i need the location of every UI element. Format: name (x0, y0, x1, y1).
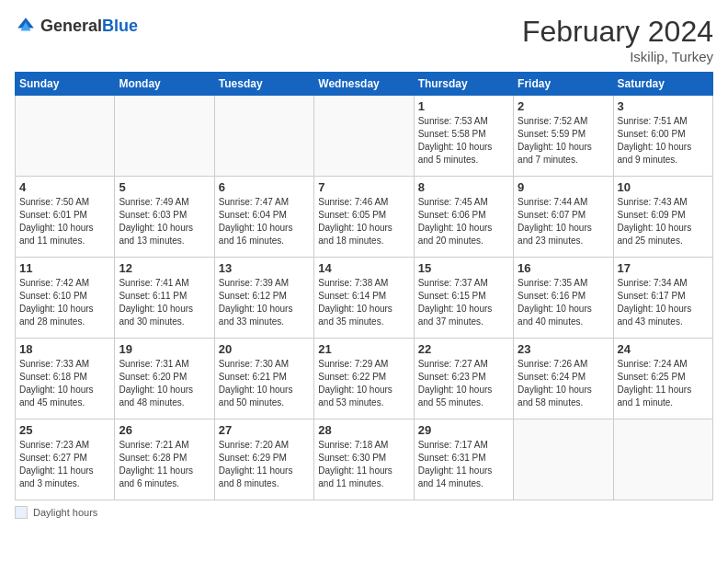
day-number: 24 (618, 342, 709, 356)
month-title: February 2024 (522, 15, 713, 49)
day-of-week-header: Friday (514, 73, 613, 96)
calendar-cell: 28Sunrise: 7:18 AM Sunset: 6:30 PM Dayli… (314, 419, 414, 500)
calendar-cell: 26Sunrise: 7:21 AM Sunset: 6:28 PM Dayli… (115, 419, 214, 500)
calendar-cell: 27Sunrise: 7:20 AM Sunset: 6:29 PM Dayli… (214, 419, 313, 500)
day-info: Sunrise: 7:44 AM Sunset: 6:07 PM Dayligh… (518, 196, 609, 247)
logo: GeneralBlue (15, 15, 138, 37)
calendar-cell: 20Sunrise: 7:30 AM Sunset: 6:21 PM Dayli… (214, 339, 313, 419)
day-number: 15 (418, 261, 509, 275)
day-info: Sunrise: 7:27 AM Sunset: 6:23 PM Dayligh… (418, 358, 509, 409)
calendar-cell: 6Sunrise: 7:47 AM Sunset: 6:04 PM Daylig… (214, 177, 313, 258)
calendar-cell (514, 419, 613, 500)
calendar-cell: 17Sunrise: 7:34 AM Sunset: 6:17 PM Dayli… (613, 258, 712, 339)
logo-general-text: General (40, 17, 102, 35)
calendar-cell: 7Sunrise: 7:46 AM Sunset: 6:05 PM Daylig… (314, 177, 414, 258)
day-number: 1 (418, 99, 509, 113)
calendar-cell: 19Sunrise: 7:31 AM Sunset: 6:20 PM Dayli… (115, 339, 214, 419)
day-info: Sunrise: 7:47 AM Sunset: 6:04 PM Dayligh… (219, 196, 310, 247)
calendar-cell (115, 96, 214, 177)
day-number: 16 (518, 261, 609, 275)
footer: Daylight hours (15, 506, 713, 519)
calendar-cell: 22Sunrise: 7:27 AM Sunset: 6:23 PM Dayli… (414, 339, 513, 419)
day-number: 25 (19, 423, 110, 437)
day-info: Sunrise: 7:18 AM Sunset: 6:30 PM Dayligh… (318, 439, 409, 490)
day-number: 28 (318, 423, 409, 437)
day-info: Sunrise: 7:17 AM Sunset: 6:31 PM Dayligh… (418, 439, 509, 490)
day-number: 21 (318, 342, 409, 356)
day-info: Sunrise: 7:29 AM Sunset: 6:22 PM Dayligh… (318, 358, 409, 409)
calendar-cell: 18Sunrise: 7:33 AM Sunset: 6:18 PM Dayli… (16, 339, 115, 419)
logo-blue-text: Blue (102, 17, 138, 35)
day-number: 23 (518, 342, 609, 356)
calendar-cell: 10Sunrise: 7:43 AM Sunset: 6:09 PM Dayli… (613, 177, 712, 258)
day-info: Sunrise: 7:53 AM Sunset: 5:58 PM Dayligh… (418, 115, 509, 167)
day-number: 8 (418, 180, 509, 194)
day-info: Sunrise: 7:37 AM Sunset: 6:15 PM Dayligh… (418, 277, 509, 328)
calendar-cell: 11Sunrise: 7:42 AM Sunset: 6:10 PM Dayli… (16, 258, 115, 339)
calendar-cell: 14Sunrise: 7:38 AM Sunset: 6:14 PM Dayli… (314, 258, 414, 339)
day-info: Sunrise: 7:26 AM Sunset: 6:24 PM Dayligh… (518, 358, 609, 409)
day-info: Sunrise: 7:30 AM Sunset: 6:21 PM Dayligh… (219, 358, 310, 409)
day-of-week-header: Monday (115, 73, 214, 96)
calendar-cell: 24Sunrise: 7:24 AM Sunset: 6:25 PM Dayli… (613, 339, 712, 419)
day-number: 2 (518, 99, 609, 113)
calendar-cell: 21Sunrise: 7:29 AM Sunset: 6:22 PM Dayli… (314, 339, 414, 419)
day-info: Sunrise: 7:34 AM Sunset: 6:17 PM Dayligh… (618, 277, 709, 328)
day-number: 14 (318, 261, 409, 275)
day-of-week-header: Wednesday (314, 73, 414, 96)
calendar-cell: 29Sunrise: 7:17 AM Sunset: 6:31 PM Dayli… (414, 419, 513, 500)
day-info: Sunrise: 7:52 AM Sunset: 5:59 PM Dayligh… (518, 115, 609, 167)
title-block: February 2024 Iskilip, Turkey (522, 15, 713, 64)
day-info: Sunrise: 7:24 AM Sunset: 6:25 PM Dayligh… (618, 358, 709, 409)
day-info: Sunrise: 7:41 AM Sunset: 6:11 PM Dayligh… (119, 277, 210, 328)
calendar-week-row: 18Sunrise: 7:33 AM Sunset: 6:18 PM Dayli… (16, 339, 713, 419)
day-info: Sunrise: 7:21 AM Sunset: 6:28 PM Dayligh… (119, 439, 210, 490)
calendar-header-row: SundayMondayTuesdayWednesdayThursdayFrid… (16, 73, 713, 96)
day-of-week-header: Saturday (613, 73, 712, 96)
calendar-cell: 13Sunrise: 7:39 AM Sunset: 6:12 PM Dayli… (214, 258, 313, 339)
calendar-week-row: 4Sunrise: 7:50 AM Sunset: 6:01 PM Daylig… (16, 177, 713, 258)
day-number: 18 (19, 342, 110, 356)
calendar-cell: 5Sunrise: 7:49 AM Sunset: 6:03 PM Daylig… (115, 177, 214, 258)
day-info: Sunrise: 7:42 AM Sunset: 6:10 PM Dayligh… (19, 277, 110, 328)
calendar-table: SundayMondayTuesdayWednesdayThursdayFrid… (15, 72, 713, 500)
day-number: 10 (618, 180, 709, 194)
day-number: 11 (19, 261, 110, 275)
day-number: 13 (219, 261, 310, 275)
calendar-cell: 8Sunrise: 7:45 AM Sunset: 6:06 PM Daylig… (414, 177, 513, 258)
day-number: 3 (618, 99, 709, 113)
daylight-label: Daylight hours (33, 507, 97, 518)
day-info: Sunrise: 7:20 AM Sunset: 6:29 PM Dayligh… (219, 439, 310, 490)
day-number: 26 (119, 423, 210, 437)
day-info: Sunrise: 7:49 AM Sunset: 6:03 PM Dayligh… (119, 196, 210, 247)
calendar-cell: 23Sunrise: 7:26 AM Sunset: 6:24 PM Dayli… (514, 339, 613, 419)
day-info: Sunrise: 7:31 AM Sunset: 6:20 PM Dayligh… (119, 358, 210, 409)
day-of-week-header: Tuesday (214, 73, 313, 96)
day-number: 27 (219, 423, 310, 437)
calendar-cell: 25Sunrise: 7:23 AM Sunset: 6:27 PM Dayli… (16, 419, 115, 500)
day-number: 9 (518, 180, 609, 194)
page-header: GeneralBlue February 2024 Iskilip, Turke… (15, 15, 713, 64)
calendar-week-row: 25Sunrise: 7:23 AM Sunset: 6:27 PM Dayli… (16, 419, 713, 500)
day-info: Sunrise: 7:23 AM Sunset: 6:27 PM Dayligh… (19, 439, 110, 490)
daylight-legend-box (15, 506, 28, 519)
calendar-cell: 2Sunrise: 7:52 AM Sunset: 5:59 PM Daylig… (514, 96, 613, 177)
calendar-cell: 4Sunrise: 7:50 AM Sunset: 6:01 PM Daylig… (16, 177, 115, 258)
logo-icon (15, 15, 37, 37)
calendar-cell: 12Sunrise: 7:41 AM Sunset: 6:11 PM Dayli… (115, 258, 214, 339)
day-number: 6 (219, 180, 310, 194)
day-info: Sunrise: 7:39 AM Sunset: 6:12 PM Dayligh… (219, 277, 310, 328)
day-number: 5 (119, 180, 210, 194)
day-of-week-header: Thursday (414, 73, 513, 96)
day-info: Sunrise: 7:33 AM Sunset: 6:18 PM Dayligh… (19, 358, 110, 409)
day-number: 19 (119, 342, 210, 356)
day-info: Sunrise: 7:50 AM Sunset: 6:01 PM Dayligh… (19, 196, 110, 247)
day-info: Sunrise: 7:38 AM Sunset: 6:14 PM Dayligh… (318, 277, 409, 328)
day-number: 7 (318, 180, 409, 194)
calendar-week-row: 1Sunrise: 7:53 AM Sunset: 5:58 PM Daylig… (16, 96, 713, 177)
calendar-cell (613, 419, 712, 500)
day-info: Sunrise: 7:43 AM Sunset: 6:09 PM Dayligh… (618, 196, 709, 247)
calendar-cell: 15Sunrise: 7:37 AM Sunset: 6:15 PM Dayli… (414, 258, 513, 339)
day-number: 22 (418, 342, 509, 356)
calendar-cell: 9Sunrise: 7:44 AM Sunset: 6:07 PM Daylig… (514, 177, 613, 258)
